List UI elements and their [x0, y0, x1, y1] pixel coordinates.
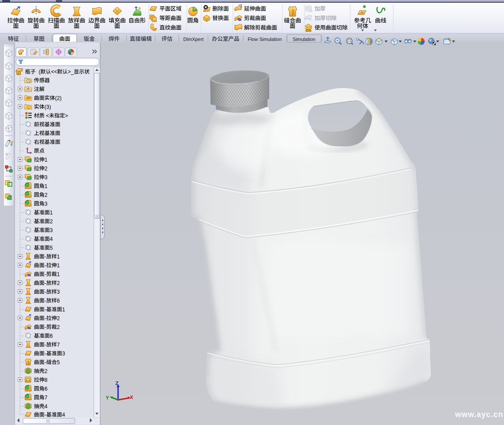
svg-text:1: 1: [44, 157, 48, 163]
svg-text:-: -: [44, 324, 46, 330]
svg-text:3: 3: [57, 289, 60, 295]
svg-text:1: 1: [57, 254, 60, 260]
svg-text:1: 1: [50, 210, 53, 216]
svg-text:4: 4: [44, 403, 48, 410]
svg-text:1: 1: [57, 271, 60, 277]
svg-text:-: -: [44, 342, 46, 348]
svg-text:Flow: Flow: [248, 37, 258, 42]
svg-text:-: -: [44, 280, 46, 286]
svg-text:-: -: [44, 315, 46, 322]
svg-text:4: 4: [62, 412, 65, 418]
svg-text:Z: Z: [115, 381, 119, 386]
svg-text:4: 4: [50, 236, 53, 242]
svg-text:-: -: [44, 254, 46, 260]
svg-text:2: 2: [44, 368, 48, 374]
svg-text:5: 5: [57, 359, 60, 366]
svg-text:-: -: [44, 289, 46, 295]
svg-text:7: 7: [57, 342, 60, 348]
svg-text:-: -: [44, 262, 46, 269]
svg-text:3: 3: [62, 351, 65, 357]
svg-text:Simulation: Simulation: [259, 37, 282, 42]
svg-text:-: -: [44, 412, 46, 418]
svg-text:Simulation: Simulation: [293, 37, 315, 42]
svg-text:<: <: [46, 113, 49, 119]
svg-text:2: 2: [57, 280, 60, 286]
svg-text:(3): (3): [44, 104, 51, 110]
svg-text:1: 1: [57, 262, 60, 269]
svg-text:>_: >_: [68, 69, 74, 75]
svg-text:8: 8: [44, 377, 48, 383]
svg-text:1: 1: [62, 307, 65, 313]
svg-text:6: 6: [44, 386, 48, 392]
svg-text:>: >: [65, 113, 68, 119]
svg-text:-: -: [44, 307, 46, 313]
svg-text:-: -: [44, 359, 46, 366]
svg-text:2: 2: [50, 218, 53, 225]
svg-text:<<: <<: [51, 69, 57, 75]
svg-text:www.ayc.cn: www.ayc.cn: [455, 410, 504, 419]
svg-text:2: 2: [57, 324, 60, 330]
svg-text:Y: Y: [106, 395, 109, 400]
svg-text:3: 3: [44, 201, 48, 207]
svg-text:6: 6: [57, 298, 60, 304]
svg-text:5: 5: [50, 245, 53, 251]
svg-text:2: 2: [57, 315, 60, 322]
svg-text:1: 1: [44, 183, 48, 189]
svg-text:DimXpert: DimXpert: [183, 37, 204, 42]
svg-text:-: -: [44, 298, 46, 304]
svg-text:-: -: [44, 271, 46, 277]
svg-text:2: 2: [44, 166, 48, 172]
svg-text:(: (: [39, 69, 41, 75]
svg-text:-: -: [44, 351, 46, 357]
svg-text:3: 3: [44, 174, 48, 181]
svg-text:(2): (2): [55, 95, 62, 101]
svg-text:3: 3: [50, 227, 53, 233]
svg-text:7: 7: [44, 395, 48, 401]
svg-text:6: 6: [50, 333, 53, 339]
svg-text:X: X: [130, 395, 133, 400]
svg-text:2: 2: [44, 192, 48, 198]
